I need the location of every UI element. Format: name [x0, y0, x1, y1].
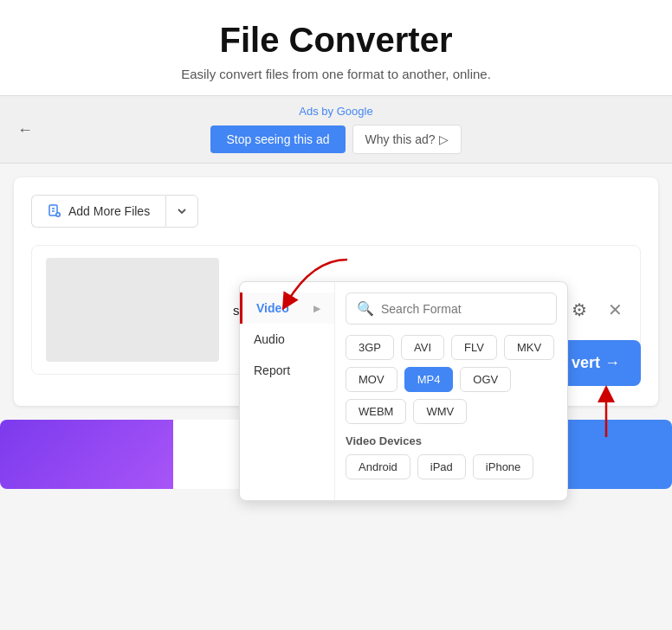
add-files-button[interactable]: Add More Files: [31, 195, 165, 228]
search-input[interactable]: [381, 302, 546, 316]
chevron-down-icon: [177, 206, 187, 216]
format-wmv[interactable]: WMV: [413, 399, 467, 424]
red-arrow-2: [572, 376, 641, 446]
page-header: File Converter Easily convert files from…: [0, 0, 672, 95]
format-webm[interactable]: WEBM: [346, 399, 406, 424]
devices-grid: Android iPad iPhone: [346, 454, 557, 479]
main-content: Add More Files sample_960x540.wmv 566.46…: [14, 177, 658, 406]
format-mkv[interactable]: MKV: [504, 335, 554, 360]
back-arrow-icon[interactable]: ←: [17, 120, 33, 138]
format-flv[interactable]: FLV: [451, 335, 497, 360]
format-avi[interactable]: AVI: [401, 335, 444, 360]
search-box[interactable]: 🔍: [346, 292, 557, 325]
format-main: 🔍 3GP AVI FLV MKV MOV MP4 OGV WEBM WMV V…: [335, 282, 567, 500]
page-title: File Converter: [0, 21, 672, 60]
why-ad-label: Why this ad?: [365, 132, 436, 146]
page-subtitle: Easily convert files from one format to …: [0, 67, 672, 81]
device-ipad[interactable]: iPad: [417, 454, 466, 479]
ads-by-google-label: Ads by Google: [299, 105, 372, 118]
sidebar-report-label: Report: [254, 363, 290, 377]
bottom-ad-left: [0, 420, 173, 489]
toolbar-dropdown-button[interactable]: [165, 195, 198, 228]
format-mov[interactable]: MOV: [346, 367, 397, 392]
format-3gp[interactable]: 3GP: [346, 335, 394, 360]
sidebar-item-audio[interactable]: Audio: [240, 324, 334, 355]
close-button[interactable]: ✕: [604, 296, 626, 324]
toolbar: Add More Files: [31, 195, 641, 228]
video-devices-section: Video Devices: [346, 434, 557, 447]
add-file-icon: [48, 204, 61, 218]
stop-ad-button[interactable]: Stop seeing this ad: [210, 125, 345, 153]
file-thumbnail: [46, 258, 219, 362]
format-ogv[interactable]: OGV: [460, 367, 511, 392]
sidebar-audio-label: Audio: [254, 332, 285, 346]
format-grid: 3GP AVI FLV MKV MOV MP4 OGV WEBM WMV: [346, 335, 557, 424]
why-ad-button[interactable]: Why this ad? ▷: [352, 125, 462, 154]
why-ad-icon: ▷: [439, 132, 449, 146]
convert-label: vert →: [572, 354, 620, 372]
add-files-label: Add More Files: [68, 204, 150, 218]
format-mp4[interactable]: MP4: [404, 367, 454, 392]
red-arrow-1: [261, 251, 365, 320]
sidebar-item-report[interactable]: Report: [240, 355, 334, 386]
ad-bar: ← Ads by Google Stop seeing this ad Why …: [0, 95, 672, 164]
ad-buttons: Stop seeing this ad Why this ad? ▷: [210, 125, 461, 154]
settings-button[interactable]: ⚙: [568, 296, 591, 324]
device-android[interactable]: Android: [346, 454, 410, 479]
device-iphone[interactable]: iPhone: [473, 454, 533, 479]
